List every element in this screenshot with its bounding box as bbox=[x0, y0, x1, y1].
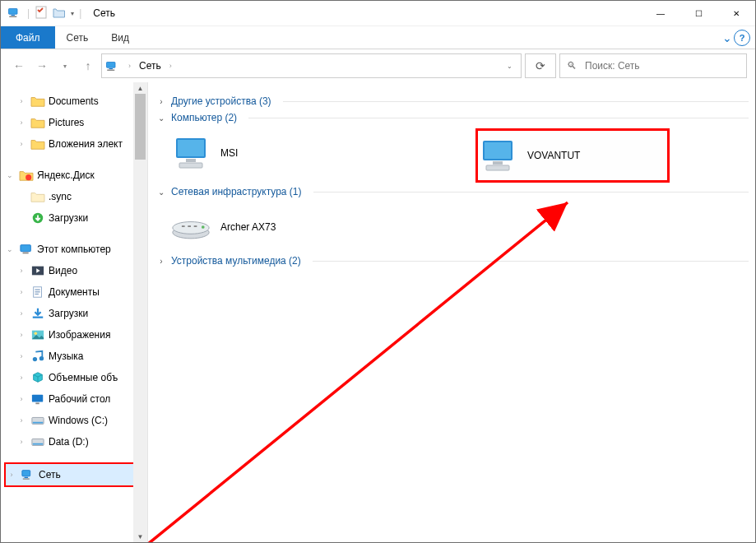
item-label: VOVANTUT bbox=[527, 150, 580, 161]
close-button[interactable]: ✕ bbox=[717, 1, 755, 26]
router-icon bbox=[171, 214, 211, 240]
svg-point-18 bbox=[35, 332, 38, 335]
tree-item-documents[interactable]: ›Documents bbox=[4, 90, 147, 112]
up-button[interactable]: ↑ bbox=[78, 56, 98, 76]
help-button[interactable]: ? bbox=[734, 30, 750, 46]
svg-rect-6 bbox=[107, 70, 114, 72]
qat-new-folder-icon[interactable] bbox=[51, 7, 67, 21]
address-dropdown-icon[interactable]: ⌄ bbox=[502, 63, 517, 70]
svg-rect-9 bbox=[21, 245, 30, 252]
address-bar[interactable]: › Сеть › ⌄ bbox=[101, 53, 522, 78]
file-tab[interactable]: Файл bbox=[1, 26, 55, 49]
tree-item-объемные-объ[interactable]: ›Объемные объ bbox=[4, 367, 147, 388]
view-tab[interactable]: Вид bbox=[100, 26, 141, 49]
chevron-icon[interactable]: › bbox=[156, 97, 166, 106]
chevron-icon[interactable]: › bbox=[16, 416, 27, 425]
minimize-button[interactable]: — bbox=[642, 1, 679, 26]
svg-point-20 bbox=[39, 356, 44, 360]
qat-dropdown-icon[interactable]: ▾ bbox=[69, 10, 76, 17]
svg-point-7 bbox=[26, 174, 31, 180]
desktop-icon bbox=[30, 392, 45, 406]
group-header[interactable]: ⌄Сетевая инфраструктура (1) bbox=[156, 186, 749, 197]
ribbon-collapse-icon[interactable]: ⌄ bbox=[722, 31, 732, 44]
chevron-icon[interactable]: › bbox=[16, 97, 27, 105]
tree-item-windows-c-[interactable]: ›Windows (C:) bbox=[4, 410, 147, 431]
disk-icon bbox=[30, 435, 45, 448]
tree-item-этот-компьютер[interactable]: ⌄Этот компьютер bbox=[4, 239, 147, 260]
tree-item-загрузки[interactable]: Загрузки bbox=[4, 207, 147, 229]
svg-rect-27 bbox=[22, 471, 30, 476]
recent-dropdown-icon[interactable]: ▾ bbox=[55, 56, 75, 76]
navigation-bar: ← → ▾ ↑ › Сеть › ⌄ ⟳ 🔍︎ bbox=[1, 49, 755, 82]
svg-rect-28 bbox=[25, 477, 28, 478]
pictures-icon bbox=[30, 328, 45, 341]
tree-item-изображения[interactable]: ›Изображения bbox=[4, 324, 147, 346]
thispc-icon bbox=[19, 243, 34, 256]
tree-item-label: Яндекс.Диск bbox=[37, 169, 95, 181]
forward-button[interactable]: → bbox=[32, 56, 52, 76]
chevron-icon[interactable]: › bbox=[6, 471, 17, 479]
folder-icon bbox=[30, 116, 45, 129]
chevron-icon[interactable]: › bbox=[16, 352, 27, 360]
scroll-down-icon[interactable]: ▼ bbox=[133, 531, 147, 542]
back-button[interactable]: ← bbox=[9, 56, 29, 76]
group-header[interactable]: ›Другие устройства (3) bbox=[156, 95, 749, 107]
tree-item-label: Windows (C:) bbox=[49, 415, 108, 426]
network-item-vovantut[interactable]: VOVANTUT bbox=[475, 128, 670, 183]
chevron-icon[interactable]: › bbox=[16, 309, 27, 318]
breadcrumb-sep[interactable]: › bbox=[166, 62, 175, 70]
chevron-icon[interactable]: ⌄ bbox=[4, 245, 16, 253]
tree-item-label: Pictures bbox=[49, 117, 84, 128]
computer-icon bbox=[478, 139, 517, 172]
network-item-archer ax73[interactable]: Archer AX73 bbox=[171, 202, 418, 252]
tree-item-data-d-[interactable]: ›Data (D:) bbox=[4, 431, 147, 452]
chevron-icon[interactable]: › bbox=[16, 288, 27, 296]
group-header[interactable]: ⌄Компьютер (2) bbox=[156, 112, 749, 123]
tree-item-вложения-элект[interactable]: ›Вложения элект bbox=[4, 133, 147, 155]
group-header[interactable]: ›Устройства мультимедиа (2) bbox=[156, 255, 749, 267]
search-input[interactable] bbox=[583, 59, 740, 72]
chevron-icon[interactable]: ⌄ bbox=[156, 188, 166, 197]
network-tab[interactable]: Сеть bbox=[55, 26, 100, 49]
tree-item-документы[interactable]: ›Документы bbox=[4, 281, 147, 303]
qat-properties-icon[interactable] bbox=[33, 6, 49, 21]
chevron-icon[interactable]: › bbox=[16, 267, 27, 275]
svg-rect-0 bbox=[9, 8, 18, 14]
tree-item-рабочий-стол[interactable]: ›Рабочий стол bbox=[4, 388, 147, 410]
search-box[interactable]: 🔍︎ bbox=[559, 53, 747, 78]
tree-item-label: Рабочий стол bbox=[49, 393, 110, 405]
tree-item-сеть[interactable]: ›Сеть bbox=[4, 462, 147, 487]
chevron-icon[interactable]: › bbox=[16, 374, 27, 382]
tree-item-label: Загрузки bbox=[49, 308, 88, 319]
body: ▲ ▼ ›Documents›Pictures›Вложения элект⌄Я… bbox=[1, 82, 755, 542]
scroll-thumb[interactable] bbox=[135, 94, 146, 160]
breadcrumb[interactable]: Сеть bbox=[139, 60, 161, 72]
tree-item-музыка[interactable]: ›Музыка bbox=[4, 346, 147, 367]
folder-icon bbox=[30, 95, 45, 108]
tree-item-яндекс-диск[interactable]: ⌄Яндекс.Диск bbox=[4, 165, 147, 186]
chevron-icon[interactable]: › bbox=[16, 395, 27, 403]
tree-item-label: Документы bbox=[49, 286, 100, 298]
svg-rect-4 bbox=[107, 63, 116, 68]
svg-rect-1 bbox=[12, 15, 16, 16]
chevron-icon[interactable]: › bbox=[16, 438, 27, 446]
chevron-icon[interactable]: ⌄ bbox=[4, 171, 16, 179]
navigation-pane: ▲ ▼ ›Documents›Pictures›Вложения элект⌄Я… bbox=[1, 82, 148, 542]
chevron-icon[interactable]: ⌄ bbox=[156, 114, 166, 123]
sidebar-scrollbar[interactable]: ▲ ▼ bbox=[133, 82, 147, 542]
tree-item-label: Вложения элект bbox=[49, 138, 123, 150]
chevron-icon[interactable]: › bbox=[16, 118, 27, 127]
chevron-icon[interactable]: › bbox=[156, 257, 166, 266]
search-icon: 🔍︎ bbox=[567, 60, 577, 72]
chevron-icon[interactable]: › bbox=[16, 140, 27, 148]
tree-item-pictures[interactable]: ›Pictures bbox=[4, 112, 147, 133]
tree-item-видео[interactable]: ›Видео bbox=[4, 260, 147, 281]
network-item-msi[interactable]: MSI bbox=[171, 128, 418, 178]
chevron-icon[interactable]: › bbox=[16, 331, 27, 339]
refresh-button[interactable]: ⟳ bbox=[525, 53, 556, 78]
scroll-up-icon[interactable]: ▲ bbox=[133, 82, 147, 94]
tree-item--sync[interactable]: .sync bbox=[4, 186, 147, 207]
tree-item-загрузки[interactable]: ›Загрузки bbox=[4, 303, 147, 324]
breadcrumb-sep[interactable]: › bbox=[125, 62, 134, 70]
maximize-button[interactable]: ☐ bbox=[679, 1, 717, 26]
